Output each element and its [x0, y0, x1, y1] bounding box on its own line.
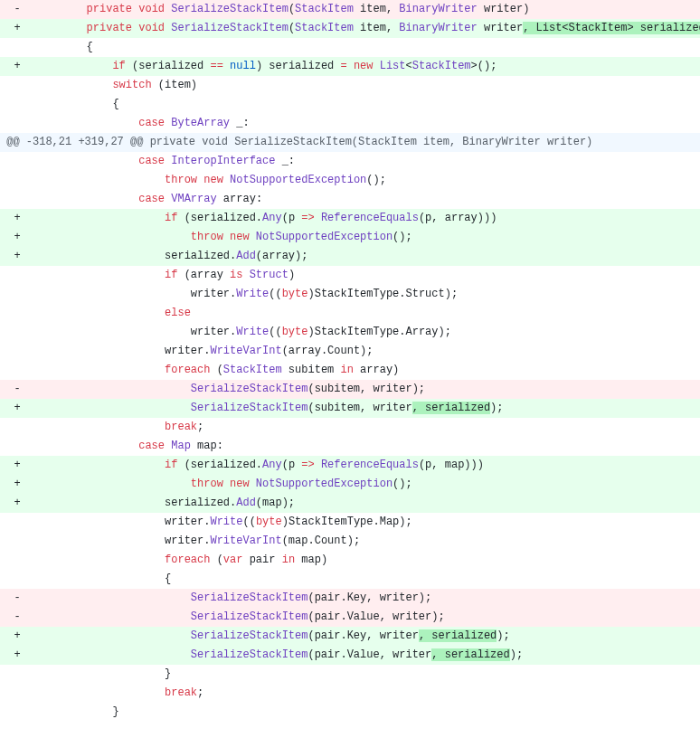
diff-line: break; — [0, 684, 700, 703]
code-token: NotSupportedException — [256, 478, 393, 490]
diff-code: writer.Write((byte)StackItemType.Struct)… — [34, 285, 700, 304]
code-token: throw — [191, 478, 223, 490]
code-token: case — [138, 155, 165, 167]
diff-line: else — [0, 304, 700, 323]
hunk-header: @@ -318,21 +319,27 @@ private void Seria… — [0, 133, 700, 152]
code-token: , serialized — [431, 648, 509, 661]
code-token: (array.Count); — [282, 345, 374, 357]
diff-line: writer.WriteVarInt(array.Count); — [0, 342, 700, 361]
diff-line: foreach (var pair in map) — [0, 551, 700, 570]
code-token: } — [112, 705, 118, 718]
code-token: ReferenceEquals — [321, 212, 419, 224]
diff-code: else — [34, 304, 700, 323]
diff-sign: - — [0, 608, 34, 627]
code-token: case — [138, 193, 165, 205]
diff-code: case ByteArray _: — [34, 114, 700, 133]
code-token: new — [203, 174, 223, 186]
code-token: ByteArray — [171, 117, 230, 129]
code-token: throw — [165, 174, 197, 186]
code-token: if — [165, 212, 177, 224]
code-token: (serialized. — [177, 459, 262, 471]
code-token: (p, map))) — [419, 459, 484, 471]
code-token: item — [360, 22, 386, 34]
diff-line: case InteropInterface _: — [0, 152, 700, 171]
diff-sign — [0, 570, 34, 589]
diff-code: if (array is Struct) — [34, 266, 700, 285]
code-token — [315, 459, 321, 471]
code-token: ) — [523, 3, 529, 15]
diff-sign — [0, 152, 34, 171]
code-token — [478, 3, 484, 15]
code-token — [223, 231, 230, 243]
diff-line: case ByteArray _: — [0, 114, 700, 133]
code-token: (map); — [256, 497, 295, 509]
code-token: (pair.Value, writer — [307, 648, 431, 661]
diff-code: foreach (var pair in map) — [34, 551, 700, 570]
code-token — [374, 60, 380, 72]
code-token: (pair.Value, writer); — [307, 610, 444, 623]
diff-sign: + — [0, 646, 34, 665]
code-token: pair — [242, 554, 281, 566]
diff-body: - private void SerializeStackItem(StackI… — [0, 0, 700, 722]
code-token: void — [138, 3, 165, 15]
diff-code: SerializeStackItem(subitem, writer); — [34, 380, 700, 399]
diff-sign: + — [0, 247, 34, 266]
code-token: WriteVarInt — [210, 345, 281, 357]
diff-sign — [0, 437, 34, 456]
code-token — [223, 174, 230, 186]
code-token: } — [165, 667, 171, 680]
code-token: ) serialized — [256, 60, 341, 72]
code-token: ( — [282, 459, 289, 471]
diff-code: break; — [34, 418, 700, 437]
code-token: ( — [210, 554, 222, 566]
code-token: VMArray — [171, 193, 216, 205]
code-token: in — [282, 554, 295, 566]
diff-line: throw new NotSupportedException(); — [0, 171, 700, 190]
code-token: (pair.Key, writer); — [307, 591, 431, 604]
code-token: Write — [210, 516, 242, 528]
diff-code: } — [34, 665, 700, 684]
code-token: byte — [282, 288, 308, 300]
code-token: map) — [295, 554, 327, 566]
diff-sign — [0, 171, 34, 190]
code-token: (array); — [256, 250, 308, 262]
code-token: else — [165, 307, 191, 319]
code-token: writer — [484, 22, 523, 34]
code-token: in — [340, 364, 353, 376]
diff-line: switch (item) — [0, 76, 700, 95]
code-token: )StackItemType.Array); — [307, 326, 450, 338]
code-token: : — [242, 117, 249, 129]
code-token: SerializeStackItem — [191, 591, 308, 604]
code-token: , serialized — [419, 629, 497, 642]
diff-sign: - — [0, 0, 34, 19]
code-token — [250, 231, 256, 243]
diff-sign — [0, 38, 34, 57]
diff-code: break; — [34, 684, 700, 703]
code-token: case — [138, 117, 165, 129]
code-token: is — [230, 269, 242, 281]
code-token: => — [301, 459, 314, 471]
code-token: foreach — [165, 364, 210, 376]
code-token: BinaryWriter — [399, 3, 477, 15]
code-token: array — [223, 193, 256, 205]
code-token: == — [210, 60, 222, 72]
code-token — [347, 60, 354, 72]
diff-line: { — [0, 95, 700, 114]
diff-code: { — [34, 570, 700, 589]
diff-code: SerializeStackItem(subitem, writer, seri… — [34, 399, 700, 418]
diff-code: writer.WriteVarInt(map.Count); — [34, 532, 700, 551]
code-token: writer. — [165, 516, 210, 528]
code-token: )StackItemType.Map); — [282, 516, 412, 528]
code-token: ( — [210, 364, 222, 376]
diff-code: serialized.Add(array); — [34, 247, 700, 266]
diff-line: { — [0, 570, 700, 589]
code-token: ( — [289, 22, 295, 34]
code-token: (( — [269, 288, 281, 300]
code-token: Any — [262, 459, 282, 471]
code-token: if — [165, 269, 177, 281]
diff-sign: + — [0, 228, 34, 247]
code-token: break — [165, 686, 197, 699]
diff-line: + if (serialized.Any(p => ReferenceEqual… — [0, 456, 700, 475]
code-token — [191, 440, 197, 452]
diff-code: throw new NotSupportedException(); — [34, 475, 700, 494]
